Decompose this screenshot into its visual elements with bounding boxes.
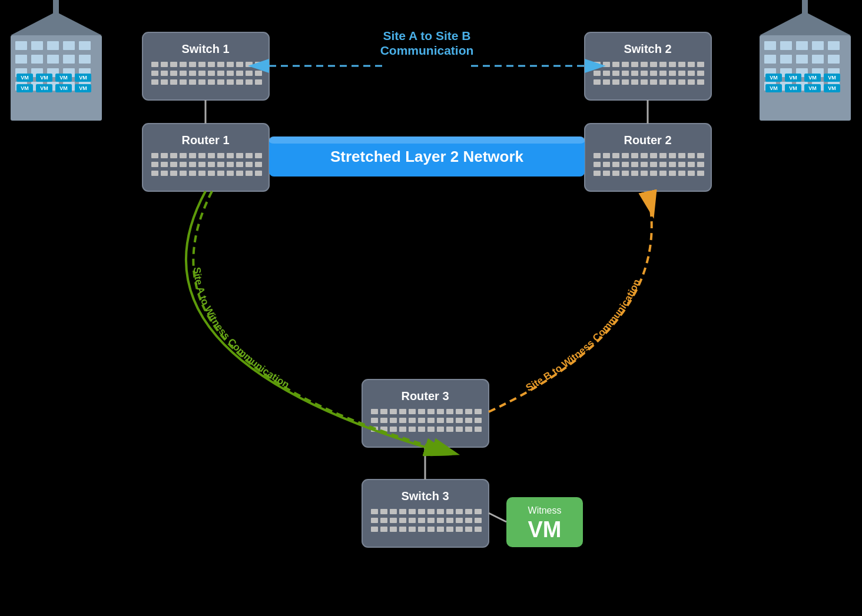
svg-rect-228 [678, 171, 685, 176]
svg-rect-174 [198, 162, 205, 167]
svg-rect-184 [180, 171, 187, 176]
svg-text:VM: VM [59, 75, 68, 81]
svg-rect-246 [380, 418, 387, 423]
svg-rect-292 [456, 518, 463, 523]
svg-rect-244 [475, 409, 482, 414]
svg-rect-171 [170, 162, 177, 167]
svg-rect-10 [63, 55, 75, 64]
svg-rect-290 [437, 518, 444, 523]
svg-rect-175 [208, 162, 215, 167]
svg-rect-165 [227, 153, 234, 158]
svg-text:Router 3: Router 3 [401, 389, 449, 402]
switch2-device: Switch 2 [585, 32, 711, 100]
svg-rect-260 [399, 427, 406, 432]
svg-rect-212 [641, 162, 648, 167]
svg-rect-265 [446, 427, 453, 432]
witness-label: Witness [528, 505, 562, 515]
svg-rect-135 [631, 71, 638, 76]
svg-rect-42 [780, 41, 792, 50]
svg-text:VM: VM [40, 85, 48, 91]
svg-rect-98 [198, 71, 205, 76]
svg-rect-280 [456, 509, 463, 514]
svg-rect-112 [217, 79, 224, 85]
svg-rect-264 [437, 427, 444, 432]
svg-rect-106 [161, 79, 168, 85]
svg-rect-92 [255, 62, 262, 67]
svg-rect-275 [409, 509, 416, 514]
svg-rect-301 [427, 527, 435, 532]
svg-rect-296 [380, 527, 387, 532]
svg-rect-162 [198, 153, 205, 158]
svg-rect-169 [151, 162, 158, 167]
svg-rect-202 [659, 153, 667, 158]
svg-rect-195 [594, 153, 601, 158]
svg-rect-254 [456, 418, 463, 423]
svg-rect-300 [418, 527, 425, 532]
svg-rect-299 [409, 527, 416, 532]
svg-rect-147 [631, 79, 638, 85]
svg-rect-188 [217, 171, 224, 176]
svg-rect-303 [446, 527, 453, 532]
svg-rect-7 [15, 55, 27, 64]
svg-rect-108 [180, 79, 187, 85]
svg-rect-143 [594, 79, 601, 85]
svg-rect-88 [217, 62, 224, 67]
svg-rect-161 [189, 153, 196, 158]
svg-rect-159 [170, 153, 177, 158]
svg-rect-132 [603, 71, 610, 76]
svg-rect-151 [669, 79, 676, 85]
svg-rect-234 [380, 409, 387, 414]
svg-rect-149 [650, 79, 657, 85]
svg-rect-245 [371, 418, 378, 423]
svg-rect-191 [246, 171, 253, 176]
svg-rect-97 [189, 71, 196, 76]
svg-rect-43 [796, 41, 808, 50]
svg-rect-157 [151, 153, 158, 158]
svg-rect-100 [217, 71, 224, 76]
svg-rect-285 [390, 518, 397, 523]
svg-rect-210 [622, 162, 629, 167]
svg-text:VM: VM [789, 85, 797, 91]
svg-text:VM: VM [808, 85, 817, 91]
svg-rect-124 [641, 62, 648, 67]
svg-rect-243 [465, 409, 472, 414]
svg-rect-226 [659, 171, 667, 176]
svg-rect-144 [603, 79, 610, 85]
svg-rect-305 [465, 527, 472, 532]
svg-text:Switch 1: Switch 1 [181, 42, 229, 55]
svg-rect-213 [650, 162, 657, 167]
svg-text:VM: VM [21, 85, 29, 91]
svg-rect-104 [255, 71, 262, 76]
svg-rect-160 [180, 153, 187, 158]
svg-rect-208 [603, 162, 610, 167]
svg-rect-101 [227, 71, 234, 76]
svg-rect-45 [828, 41, 840, 50]
svg-text:VM: VM [828, 75, 836, 81]
svg-rect-146 [622, 79, 629, 85]
svg-rect-180 [255, 162, 262, 167]
svg-rect-250 [418, 418, 425, 423]
svg-text:VM: VM [808, 75, 817, 81]
svg-rect-127 [669, 62, 676, 67]
svg-rect-221 [612, 171, 619, 176]
svg-text:VM: VM [79, 75, 87, 81]
svg-rect-304 [456, 527, 463, 532]
svg-rect-190 [236, 171, 243, 176]
svg-rect-153 [688, 79, 695, 85]
svg-rect-225 [650, 171, 657, 176]
svg-text:VM: VM [21, 75, 29, 81]
svg-rect-173 [189, 162, 196, 167]
svg-rect-85 [189, 62, 196, 67]
svg-text:VM: VM [828, 85, 836, 91]
svg-text:VM: VM [770, 85, 778, 91]
svg-rect-166 [236, 153, 243, 158]
svg-rect-120 [603, 62, 610, 67]
svg-rect-130 [697, 62, 704, 67]
svg-rect-167 [246, 153, 253, 158]
svg-rect-133 [612, 71, 619, 76]
svg-rect-278 [437, 509, 444, 514]
svg-rect-102 [236, 71, 243, 76]
svg-rect-110 [198, 79, 205, 85]
svg-rect-277 [427, 509, 435, 514]
svg-rect-242 [456, 409, 463, 414]
